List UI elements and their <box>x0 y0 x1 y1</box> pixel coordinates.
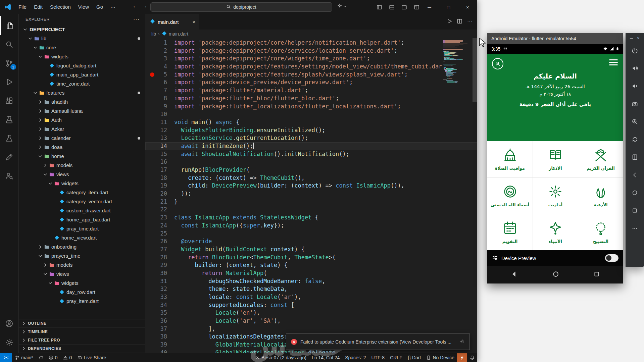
code-line-25[interactable]: 25 <box>145 230 477 238</box>
file-main-app-bar-dart[interactable]: main_app_bar.dart <box>19 70 145 79</box>
run-debug-icon[interactable] <box>0 72 19 91</box>
menu-icon[interactable] <box>609 59 618 65</box>
copilot-icon[interactable] <box>337 3 347 9</box>
sync-button[interactable] <box>36 353 46 362</box>
code-line-17[interactable]: 17 runApp(BlocProvider( <box>145 166 477 174</box>
minimize-button[interactable]: ─ <box>420 0 439 14</box>
zoom-in-button[interactable] <box>629 116 641 127</box>
command-center-search[interactable]: depiproject <box>150 2 332 12</box>
folder-depiproject[interactable]: DEPIPROJECT <box>19 25 145 34</box>
code-line-24[interactable]: 24 const IslamicApp({super.key}); <box>145 222 477 230</box>
code-line-37[interactable]: 37 ], <box>145 325 477 333</box>
folder-prayers-time[interactable]: prayers_time <box>19 251 145 260</box>
emulator-minimize-button[interactable]: ─ <box>630 36 633 41</box>
code-line-15[interactable]: 15 await ShowLocalNotification().initNot… <box>145 150 477 158</box>
app-ahadith[interactable]: أحاديث <box>533 177 578 214</box>
home-button[interactable] <box>629 187 641 198</box>
fold-button[interactable] <box>629 151 641 163</box>
app-anbiya[interactable]: الأنبياء <box>533 214 578 250</box>
volume-down-button[interactable] <box>629 80 641 92</box>
menu-file[interactable]: File <box>15 2 30 12</box>
app-azkar[interactable]: الأذكار <box>533 141 578 177</box>
language-mode[interactable]: {} Dart <box>405 353 424 362</box>
eol-sequence[interactable]: CRLF <box>387 353 405 362</box>
section-outline[interactable]: OUTLINE <box>19 319 145 328</box>
code-line-22[interactable]: 22 <box>145 206 477 214</box>
toggle-secondary-sidebar-icon[interactable] <box>399 2 409 12</box>
code-line-1[interactable]: 1import 'package:depiproject/core/helper… <box>145 39 477 47</box>
device-preview-toggle[interactable] <box>605 254 618 262</box>
file-logout-dialog-dart[interactable]: logout_dialog.dart <box>19 61 145 70</box>
code-line-32[interactable]: 32 theme: state.themeData, <box>145 285 477 293</box>
more-button[interactable] <box>629 222 641 234</box>
editor-scrollbar[interactable] <box>473 38 477 353</box>
file-pray-item-dart[interactable]: pray_item.dart <box>19 297 145 306</box>
code-line-9[interactable]: 9import 'package:flutter_localizations/f… <box>145 103 477 111</box>
code-line-10[interactable]: 10 <box>145 110 477 118</box>
tab-close-icon[interactable]: × <box>192 19 195 25</box>
app-quran[interactable]: القرآن الكريم <box>578 141 623 177</box>
folder-widgets[interactable]: widgets <box>19 278 145 288</box>
toggle-panel-icon[interactable] <box>387 2 396 12</box>
app-calendar[interactable]: التقويم <box>487 214 533 250</box>
menu-edit[interactable]: Edit <box>30 2 46 12</box>
emulator-close-button[interactable]: × <box>637 36 640 41</box>
search-icon[interactable] <box>0 35 19 54</box>
back-button[interactable] <box>629 169 641 180</box>
file-category-vector-dart[interactable]: category_vector.dart <box>19 197 145 206</box>
nav-back-button[interactable] <box>511 271 517 279</box>
code-line-30[interactable]: 30 return MaterialApp( <box>145 269 477 277</box>
file-day-row-dart[interactable]: day_row.dart <box>19 288 145 297</box>
code-line-13[interactable]: 13 LocationService.getCurrentLocation(); <box>145 134 477 142</box>
source-control-icon[interactable]: 1 <box>0 54 19 72</box>
flutter-action[interactable] <box>457 353 467 362</box>
problems-errors[interactable]: 0 <box>46 353 60 362</box>
code-line-31[interactable]: 31 debugShowCheckedModeBanner: false, <box>145 277 477 286</box>
flutter-device[interactable]: No Device <box>424 353 457 362</box>
power-button[interactable] <box>629 45 641 56</box>
code-line-20[interactable]: 20 )); <box>145 190 477 198</box>
user-search-icon[interactable] <box>0 166 19 185</box>
git-branch[interactable]: main* <box>12 353 36 362</box>
folder-models[interactable]: models <box>19 161 145 170</box>
code-line-23[interactable]: 23class IslamicApp extends StatelessWidg… <box>145 214 477 222</box>
folder-core[interactable]: core <box>19 43 145 52</box>
folder-views[interactable]: views <box>19 170 145 179</box>
tab-main-dart[interactable]: main.dart × <box>145 14 199 30</box>
maximize-button[interactable]: □ <box>439 0 458 14</box>
folder-onboarding[interactable]: onboarding <box>19 242 145 251</box>
code-line-36[interactable]: 36 Locale('ar', 'SA'), <box>145 317 477 325</box>
code-line-14[interactable]: 14 await initTimeZone(); <box>145 142 477 150</box>
run-button[interactable] <box>446 18 452 25</box>
explorer-actions-icon[interactable]: ··· <box>133 16 140 22</box>
history-back-icon[interactable]: ← <box>131 3 140 9</box>
camera-button[interactable] <box>629 98 641 109</box>
file-home-view-dart[interactable]: home_view.dart <box>19 233 145 242</box>
menu-overflow-icon[interactable]: ··· <box>107 2 119 12</box>
code-line-27[interactable]: 27 Widget build(BuildContext context) { <box>145 246 477 254</box>
section-file-tree-pro[interactable]: FILE TREE PRO <box>19 336 145 345</box>
nav-overview-button[interactable] <box>594 271 600 278</box>
section-timeline[interactable]: TIMELINE <box>19 328 145 336</box>
close-button[interactable]: × <box>458 0 477 14</box>
folder-home[interactable]: home <box>19 152 145 161</box>
folder-doaa[interactable]: doaa <box>19 143 145 152</box>
cursor-position[interactable]: Ln 14, Col 24 <box>309 353 342 362</box>
toggle-sidebar-icon[interactable] <box>375 2 384 12</box>
code-line-19[interactable]: 19 child: DevicePreview(builder: (contex… <box>145 182 477 190</box>
code-area[interactable]: 1import 'package:depiproject/core/helper… <box>145 38 477 353</box>
notification-toast[interactable]: × Failed to update Codeium Enterprise ex… <box>286 333 470 350</box>
settings-icon[interactable] <box>0 333 19 352</box>
testing-icon[interactable] <box>0 110 19 129</box>
code-line-5[interactable]: 5import 'package:depiproject/features/sp… <box>145 71 477 79</box>
folder-widgets[interactable]: widgets <box>19 179 145 188</box>
folder-azkar[interactable]: Azkar <box>19 124 145 134</box>
indentation[interactable]: Spaces: 2 <box>342 353 368 362</box>
file-category-item-dart[interactable]: category_item.dart <box>19 188 145 197</box>
code-line-2[interactable]: 2import 'package:depiproject/core/servic… <box>145 47 477 55</box>
gitlens-commit[interactable]: Beso-07 (2 days ago) <box>252 353 309 362</box>
code-line-21[interactable]: 21} <box>145 198 477 206</box>
file-home-app-bar-dart[interactable]: home_app_bar.dart <box>19 215 145 224</box>
nav-home-button[interactable] <box>552 271 559 279</box>
app-asmaa[interactable]: أسماء الله الحسنى <box>487 177 533 214</box>
